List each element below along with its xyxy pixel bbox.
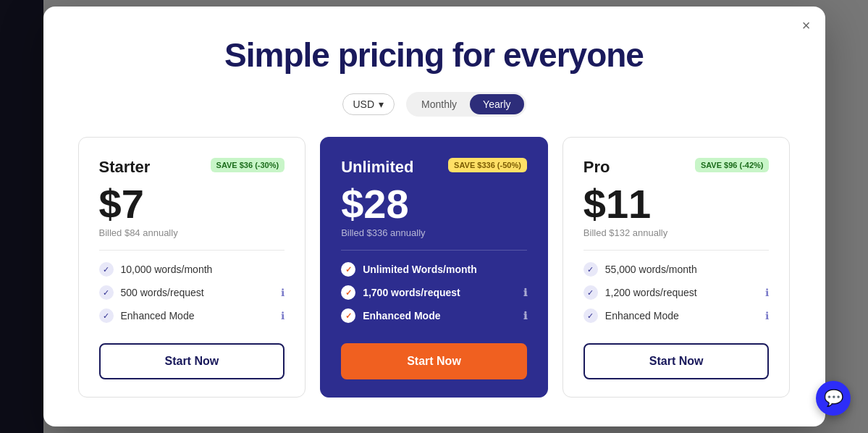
close-button[interactable]: × <box>802 18 811 33</box>
plan-starter-cta[interactable]: Start Now <box>99 343 285 379</box>
modal-title: Simple pricing for everyone <box>78 35 791 75</box>
currency-value: USD <box>353 98 375 110</box>
feature-item: ✓ 1,700 words/request ℹ <box>341 285 527 300</box>
plan-pro-name: Pro <box>583 158 610 177</box>
info-icon[interactable]: ℹ <box>281 310 285 321</box>
plan-starter-divider <box>99 250 285 251</box>
plan-unlimited-name: Unlimited <box>341 158 413 177</box>
check-icon: ✓ <box>99 285 114 300</box>
feature-item: ✓ 10,000 words/month <box>99 262 285 277</box>
plan-starter-header: Starter SAVE $36 (-30%) <box>99 158 285 177</box>
plan-starter-billing: Billed $84 annually <box>99 227 285 238</box>
plan-unlimited: Unlimited SAVE $336 (-50%) $28 Billed $3… <box>320 137 548 398</box>
chat-bubble-button[interactable]: 💬 <box>816 381 851 416</box>
plan-pro-price: $11 <box>583 184 770 224</box>
check-icon: ✓ <box>341 308 355 323</box>
feature-item: ✓ Enhanced Mode ℹ <box>341 308 527 323</box>
feature-text: 500 words/request <box>121 287 204 298</box>
check-icon: ✓ <box>583 308 598 323</box>
feature-text: Unlimited Words/month <box>363 264 477 275</box>
plan-pro-features: ✓ 55,000 words/month ✓ 1,200 words/reque… <box>583 262 770 323</box>
plan-starter-price: $7 <box>99 184 285 224</box>
feature-item: ✓ 500 words/request ℹ <box>99 285 285 300</box>
plans-grid: Starter SAVE $36 (-30%) $7 Billed $84 an… <box>78 137 791 398</box>
plan-pro-billing: Billed $132 annually <box>583 227 770 238</box>
plan-unlimited-badge: SAVE $336 (-50%) <box>448 158 527 172</box>
info-icon[interactable]: ℹ <box>523 310 527 321</box>
feature-item: ✓ 55,000 words/month <box>583 262 770 277</box>
feature-text: 55,000 words/month <box>605 264 697 275</box>
modal-overlay: × Simple pricing for everyone USD ▾ Mont… <box>0 0 868 433</box>
check-icon: ✓ <box>99 262 114 277</box>
feature-item: ✓ Enhanced Mode ℹ <box>583 308 770 323</box>
feature-text: Enhanced Mode <box>605 310 679 321</box>
plan-starter: Starter SAVE $36 (-30%) $7 Billed $84 an… <box>78 137 306 398</box>
plan-unlimited-divider <box>341 250 527 251</box>
info-icon[interactable]: ℹ <box>523 287 527 298</box>
monthly-toggle[interactable]: Monthly <box>408 94 470 114</box>
check-icon: ✓ <box>341 285 355 300</box>
chat-icon: 💬 <box>824 389 843 408</box>
pricing-modal: × Simple pricing for everyone USD ▾ Mont… <box>43 7 825 426</box>
check-icon: ✓ <box>583 262 598 277</box>
currency-selector[interactable]: USD ▾ <box>342 93 395 115</box>
yearly-toggle[interactable]: Yearly <box>470 94 523 114</box>
currency-dropdown-icon: ▾ <box>379 98 384 110</box>
plan-pro-cta[interactable]: Start Now <box>583 343 770 379</box>
plan-pro-divider <box>583 250 770 251</box>
plan-unlimited-header: Unlimited SAVE $336 (-50%) <box>341 158 527 177</box>
feature-text: 1,200 words/request <box>605 287 697 298</box>
feature-text: 10,000 words/month <box>121 264 213 275</box>
plan-unlimited-price: $28 <box>341 184 527 224</box>
feature-text: Enhanced Mode <box>121 310 195 321</box>
plan-pro-header: Pro SAVE $96 (-42%) <box>583 158 770 177</box>
plan-starter-badge: SAVE $36 (-30%) <box>211 158 285 172</box>
feature-item: ✓ Unlimited Words/month <box>341 262 527 277</box>
feature-text: Enhanced Mode <box>363 310 440 321</box>
plan-unlimited-billing: Billed $336 annually <box>341 227 527 238</box>
feature-item: ✓ Enhanced Mode ℹ <box>99 308 285 323</box>
plan-unlimited-cta[interactable]: Start Now <box>341 343 527 379</box>
plan-unlimited-features: ✓ Unlimited Words/month ✓ 1,700 words/re… <box>341 262 527 323</box>
feature-item: ✓ 1,200 words/request ℹ <box>583 285 770 300</box>
check-icon: ✓ <box>341 262 355 277</box>
controls-row: USD ▾ Monthly Yearly <box>78 92 791 117</box>
plan-pro: Pro SAVE $96 (-42%) $11 Billed $132 annu… <box>562 137 791 398</box>
info-icon[interactable]: ℹ <box>765 310 769 321</box>
plan-starter-features: ✓ 10,000 words/month ✓ 500 words/request… <box>99 262 285 323</box>
check-icon: ✓ <box>583 285 598 300</box>
info-icon[interactable]: ℹ <box>281 287 285 298</box>
plan-starter-name: Starter <box>99 158 151 177</box>
billing-toggle: Monthly Yearly <box>406 92 526 117</box>
check-icon: ✓ <box>99 308 114 323</box>
info-icon[interactable]: ℹ <box>765 287 769 298</box>
plan-pro-badge: SAVE $96 (-42%) <box>695 158 770 172</box>
feature-text: 1,700 words/request <box>363 287 460 298</box>
